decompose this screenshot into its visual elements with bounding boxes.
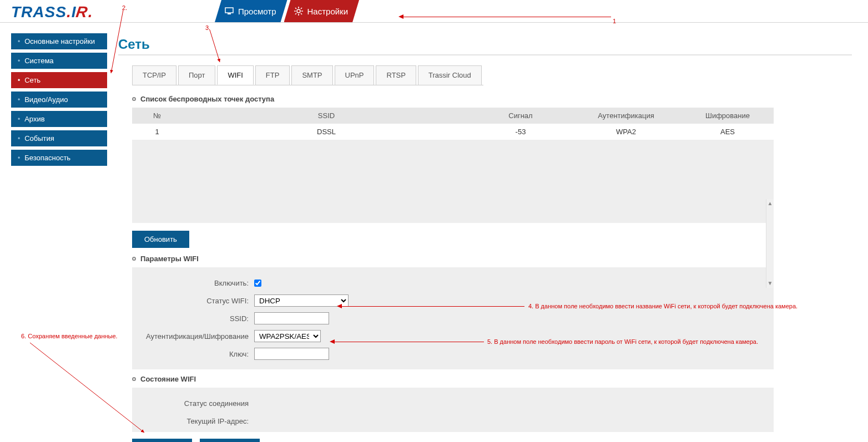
svg-line-8 [301, 13, 302, 14]
sidebar-item-label: События [24, 134, 54, 143]
auth-select[interactable]: WPA2PSK/AES [254, 330, 321, 342]
col-auth: Аутентификация [571, 108, 682, 124]
wifi-state-title: Состояние WIFI [140, 375, 196, 383]
ap-scrollbar[interactable]: ▲ ▼ [766, 199, 774, 288]
annotation-arrow-1 [403, 17, 611, 17]
top-nav: Просмотр Настройки [215, 0, 356, 22]
wifi-params-title: Параметры WIFI [140, 255, 199, 263]
ap-grid: № SSID Сигнал Аутентификация Шифрование … [132, 108, 774, 223]
ap-panel: Список беспроводных точек доступа № SSID… [132, 90, 774, 442]
annotation-6: 6. Сохраняем введенные данные. [21, 333, 118, 339]
svg-line-10 [301, 8, 302, 9]
tab-settings[interactable]: Настройки [284, 0, 360, 22]
logo-r: R [75, 3, 89, 21]
sidebar-item-videoaudio[interactable]: Видео/Аудио [11, 92, 107, 108]
secondary-button[interactable] [200, 439, 260, 442]
bullet-icon [132, 257, 136, 261]
conn-status-label: Статус соединения [132, 399, 254, 408]
col-enc: Шифрование [682, 108, 774, 124]
col-no: № [132, 108, 182, 124]
annotation-3: 3. [205, 24, 210, 31]
annotation-2: 2. [122, 4, 127, 11]
wifi-status-label: Статус WIFI: [132, 297, 254, 305]
topbar-separator [0, 22, 868, 23]
ap-auth: WPA2 [571, 124, 682, 140]
gear-icon [294, 7, 303, 16]
tab-view[interactable]: Просмотр [215, 0, 287, 22]
sidebar-item-archive[interactable]: Архив [11, 111, 107, 127]
refresh-button[interactable]: Обновить [132, 231, 189, 248]
ssid-input[interactable] [254, 312, 329, 324]
ap-enc: AES [682, 124, 774, 140]
page-title: Сеть [118, 37, 150, 52]
svg-line-7 [295, 8, 296, 9]
key-input[interactable] [254, 348, 329, 360]
tab-smtp[interactable]: SMTP [291, 65, 332, 85]
tab-label: Trassir Cloud [428, 71, 471, 79]
svg-point-2 [297, 9, 300, 13]
sidebar-item-label: Безопасность [24, 154, 70, 162]
svg-line-12 [210, 30, 220, 62]
sidebar-item-system[interactable]: Система [11, 53, 107, 69]
tab-tcpip[interactable]: TCP/IP [132, 65, 176, 85]
svg-line-9 [295, 13, 296, 14]
refresh-label: Обновить [144, 235, 177, 243]
svg-rect-1 [228, 13, 231, 14]
tab-view-label: Просмотр [238, 7, 276, 16]
sidebar: Основные настройки Система Сеть Видео/Ау… [11, 33, 107, 169]
sidebar-item-events[interactable]: События [11, 130, 107, 146]
svg-rect-0 [225, 8, 233, 13]
tab-upnp[interactable]: UPnP [335, 65, 375, 85]
ap-row[interactable]: 1 DSSL -53 WPA2 AES [132, 124, 774, 140]
sidebar-item-label: Сеть [24, 76, 41, 84]
enable-label: Включить: [132, 279, 254, 287]
ap-panel-header: Список беспроводных точек доступа [132, 95, 774, 103]
tab-port[interactable]: Порт [178, 65, 215, 85]
current-ip-label: Текущий IP-адрес: [132, 417, 254, 425]
wifi-params-header: Параметры WIFI [132, 255, 774, 263]
enable-checkbox[interactable] [254, 280, 261, 287]
tab-label: WIFI [228, 71, 243, 79]
ap-panel-title: Список беспроводных точек доступа [140, 95, 274, 103]
tab-cloud[interactable]: Trassir Cloud [418, 65, 482, 85]
key-label: Ключ: [132, 350, 254, 358]
title-underline [118, 54, 852, 55]
ap-table: № SSID Сигнал Аутентификация Шифрование … [132, 108, 774, 140]
logo-dot2: . [88, 3, 93, 21]
annotation-1: 1 [613, 18, 616, 24]
sidebar-item-network[interactable]: Сеть [11, 72, 107, 88]
ap-signal: -53 [471, 124, 571, 140]
tab-label: RTSP [386, 71, 405, 79]
auth-label: Аутентификация/Шифрование [132, 332, 254, 341]
tab-label: FTP [266, 71, 280, 79]
bullet-icon [132, 377, 136, 381]
sidebar-item-security[interactable]: Безопасность [11, 150, 107, 166]
ssid-label: SSID: [132, 314, 254, 323]
ap-no: 1 [132, 124, 182, 140]
tab-settings-label: Настройки [307, 7, 349, 16]
sidebar-item-label: Видео/Аудио [24, 95, 68, 104]
ap-ssid: DSSL [182, 124, 471, 140]
tab-label: TCP/IP [143, 71, 166, 79]
wifi-state-form: Статус соединения Текущий IP-адрес: [132, 388, 774, 432]
scroll-up-icon[interactable]: ▲ [766, 199, 774, 207]
network-tabs: TCP/IP Порт WIFI FTP SMTP UPnP RTSP Tras… [132, 65, 483, 85]
sidebar-item-label: Основные настройки [24, 37, 95, 45]
tab-label: UPnP [345, 71, 364, 79]
wifi-state-header: Состояние WIFI [132, 375, 774, 383]
tab-rtsp[interactable]: RTSP [376, 65, 416, 85]
col-ssid: SSID [182, 108, 471, 124]
sidebar-item-basic[interactable]: Основные настройки [11, 33, 107, 49]
brand-logo: TRASS.IR. [11, 3, 93, 21]
wifi-status-select[interactable]: DHCP [254, 294, 349, 307]
sidebar-item-label: Система [24, 57, 53, 65]
tab-wifi[interactable]: WIFI [217, 65, 253, 85]
tab-ftp[interactable]: FTP [255, 65, 290, 85]
col-signal: Сигнал [471, 108, 571, 124]
bullet-icon [132, 97, 136, 101]
wifi-params-form: Включить: Статус WIFI: DHCP SSID: Аутент… [132, 267, 774, 369]
tab-label: SMTP [302, 71, 322, 79]
logo-text: TRASS [11, 3, 67, 21]
scroll-down-icon[interactable]: ▼ [766, 279, 774, 287]
save-button[interactable] [132, 439, 192, 442]
